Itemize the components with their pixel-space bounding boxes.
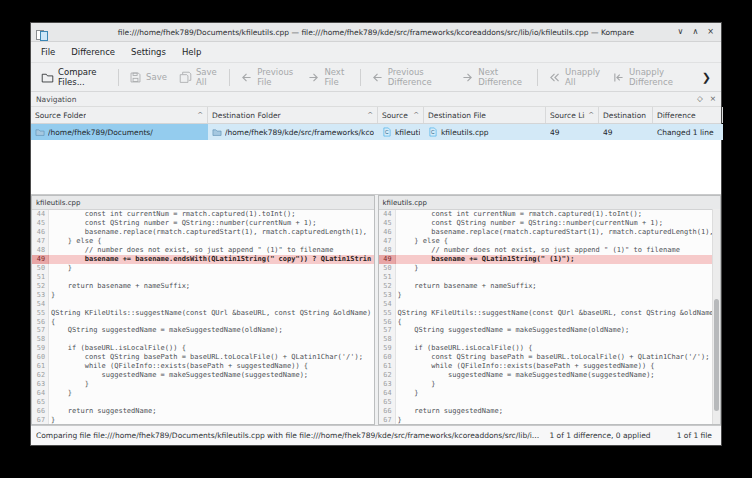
window-controls: ∨ ∧ × bbox=[678, 28, 721, 36]
toolbar-button-save-all[interactable]: Save All bbox=[173, 64, 225, 90]
toolbar-button-label: Previous File bbox=[257, 67, 295, 87]
toolbar-button-unapply-all[interactable]: Unapply All bbox=[542, 64, 606, 90]
table-cell-destination-line[interactable]: 49 bbox=[599, 124, 653, 140]
toolbar-overflow-button[interactable]: ❯ bbox=[696, 71, 717, 84]
line-number: 47 bbox=[32, 237, 49, 246]
column-header-destination-folder[interactable]: Destination Folder^ bbox=[208, 107, 378, 123]
minimize-button[interactable]: ∨ bbox=[678, 28, 684, 36]
dock-close-icon[interactable]: × bbox=[710, 95, 716, 103]
table-row[interactable]: /home/fhek789/Documents//home/fhek789/kd… bbox=[31, 124, 721, 140]
code-line: 57 QString suggestedName = makeSuggested… bbox=[379, 326, 721, 335]
code-line: 45 const QString number = QString::numbe… bbox=[32, 219, 374, 228]
code-line: 44 const int currentNum = rmatch.capture… bbox=[32, 210, 374, 219]
toolbar-button-compare-files[interactable]: Compare Files... bbox=[35, 64, 114, 90]
toolbar-button-unapply-difference[interactable]: Unapply Difference bbox=[606, 64, 696, 90]
line-number: 59 bbox=[379, 344, 396, 353]
line-number: 67 bbox=[32, 415, 49, 424]
code-line: 47 } else { bbox=[32, 237, 374, 246]
toolbar-button-label: Compare Files... bbox=[58, 67, 108, 87]
table-cell-text: kfileutils.cpp bbox=[441, 128, 489, 137]
line-text: } bbox=[49, 264, 374, 273]
destination-code-view[interactable]: 44 const int currentNum = rmatch.capture… bbox=[379, 210, 721, 424]
difference-status: 1 of 1 difference, 0 applied bbox=[549, 431, 650, 440]
toolbar-button-label: Save All bbox=[196, 67, 219, 87]
arrow-right-icon bbox=[461, 71, 474, 84]
dock-float-icon[interactable]: ◇ bbox=[697, 95, 703, 103]
menu-settings[interactable]: Settings bbox=[123, 44, 174, 60]
table-cell-source-file[interactable]: Ckfileutils.c... bbox=[378, 124, 424, 140]
changed-code-line[interactable]: 49 basename += basename.endsWith(QLatin1… bbox=[32, 255, 374, 264]
vertical-scrollbar[interactable] bbox=[712, 209, 720, 424]
table-cell-destination-folder[interactable]: /home/fhek789/kde/src/frameworks/kcoread… bbox=[208, 124, 378, 140]
line-text: QString KFileUtils::suggestName(const QU… bbox=[49, 308, 374, 317]
code-line: 60 const QString basePath = baseURL.toLo… bbox=[379, 353, 721, 362]
toolbar-buttons: Compare Files...SaveSave AllPrevious Fil… bbox=[35, 64, 696, 90]
column-header-source-file[interactable]: Source File^ bbox=[378, 107, 424, 123]
titlebar[interactable]: file:///home/fhek789/Documents/kfileutil… bbox=[31, 23, 721, 42]
menu-file[interactable]: File bbox=[33, 44, 63, 60]
column-header-source-line[interactable]: Source Line^ bbox=[546, 107, 599, 123]
toolbar-button-next-difference[interactable]: Next Difference bbox=[455, 64, 533, 90]
line-number: 62 bbox=[32, 371, 49, 380]
line-text: const QString number = QString::number(c… bbox=[49, 219, 374, 228]
maximize-button[interactable]: ∧ bbox=[692, 28, 698, 36]
toolbar-button-save[interactable]: Save bbox=[123, 68, 173, 87]
column-header-difference[interactable]: Difference bbox=[653, 107, 723, 123]
column-header-destination-file[interactable]: Destination File bbox=[424, 107, 546, 123]
table-cell-text: kfileutils.c... bbox=[395, 128, 420, 137]
table-cell-source-line[interactable]: 49 bbox=[546, 124, 599, 140]
line-number: 51 bbox=[379, 272, 396, 281]
line-number: 57 bbox=[379, 326, 396, 335]
source-code-view[interactable]: 44 const int currentNum = rmatch.capture… bbox=[32, 210, 374, 424]
column-header-source-folder[interactable]: Source Folder^ bbox=[31, 107, 208, 123]
line-number: 66 bbox=[379, 406, 396, 415]
table-cell-source-folder[interactable]: /home/fhek789/Documents/ bbox=[31, 124, 208, 140]
line-number: 60 bbox=[379, 353, 396, 362]
destination-pane-tab[interactable]: kfileutils.cpp bbox=[379, 196, 721, 210]
code-line: 54 bbox=[32, 299, 374, 308]
changed-code-line[interactable]: 49 basename += QLatin1String(" (1)"); bbox=[379, 255, 721, 264]
code-line: 54 bbox=[379, 299, 721, 308]
line-number: 46 bbox=[379, 228, 396, 237]
toolbar-button-label: Unapply All bbox=[565, 67, 600, 87]
code-line: 58 bbox=[32, 335, 374, 344]
line-number: 63 bbox=[32, 380, 49, 389]
code-line: 51 bbox=[32, 272, 374, 281]
menu-difference[interactable]: Difference bbox=[63, 44, 123, 60]
toolbar-button-next-file[interactable]: Next File bbox=[301, 64, 355, 90]
line-text: // number does not exist, so just append… bbox=[396, 246, 721, 255]
code-line: 57 QString suggestedName = makeSuggested… bbox=[32, 326, 374, 335]
toolbar-button-previous-file[interactable]: Previous File bbox=[234, 64, 301, 90]
destination-diff-pane: kfileutils.cpp 44 const int currentNum =… bbox=[378, 195, 722, 425]
line-number: 60 bbox=[32, 353, 49, 362]
code-line: 66 return suggestedName; bbox=[379, 406, 721, 415]
line-number: 49 bbox=[32, 255, 49, 264]
column-header-label: Difference bbox=[657, 111, 696, 120]
code-line: 64 } bbox=[32, 388, 374, 397]
toolbar-button-previous-difference[interactable]: Previous Difference bbox=[365, 64, 455, 90]
column-header-destination-line[interactable]: Destination Line bbox=[599, 107, 653, 123]
menubar: FileDifferenceSettingsHelp bbox=[31, 42, 721, 63]
scrollbar-thumb[interactable] bbox=[714, 299, 719, 411]
menu-help[interactable]: Help bbox=[174, 44, 209, 60]
line-number: 52 bbox=[32, 281, 49, 290]
table-cell-difference[interactable]: Changed 1 line bbox=[653, 124, 723, 140]
table-cell-destination-file[interactable]: Ckfileutils.cpp bbox=[424, 124, 546, 140]
code-line: 48 // number does not exist, so just app… bbox=[32, 246, 374, 255]
line-text: while (QFileInfo::exists(basePath + sugg… bbox=[49, 362, 374, 371]
sort-indicator-icon: ^ bbox=[585, 111, 594, 119]
close-button[interactable]: × bbox=[707, 28, 714, 36]
arrow-left-bar-icon bbox=[612, 71, 625, 84]
double-arrow-left-icon bbox=[548, 71, 561, 84]
code-line: 65 bbox=[32, 397, 374, 406]
arrow-left-icon bbox=[371, 71, 384, 84]
code-line: 53} bbox=[32, 290, 374, 299]
source-pane-tab[interactable]: kfileutils.cpp bbox=[32, 196, 374, 210]
code-line: 55QString KFileUtils::suggestName(const … bbox=[32, 308, 374, 317]
line-text: } bbox=[49, 415, 374, 424]
code-line: 62 suggestedName = makeSuggestedName(sug… bbox=[379, 371, 721, 380]
sort-indicator-icon: ^ bbox=[410, 111, 419, 119]
line-number: 53 bbox=[379, 290, 396, 299]
line-number: 45 bbox=[379, 219, 396, 228]
cpp-file-icon: C bbox=[382, 127, 392, 137]
